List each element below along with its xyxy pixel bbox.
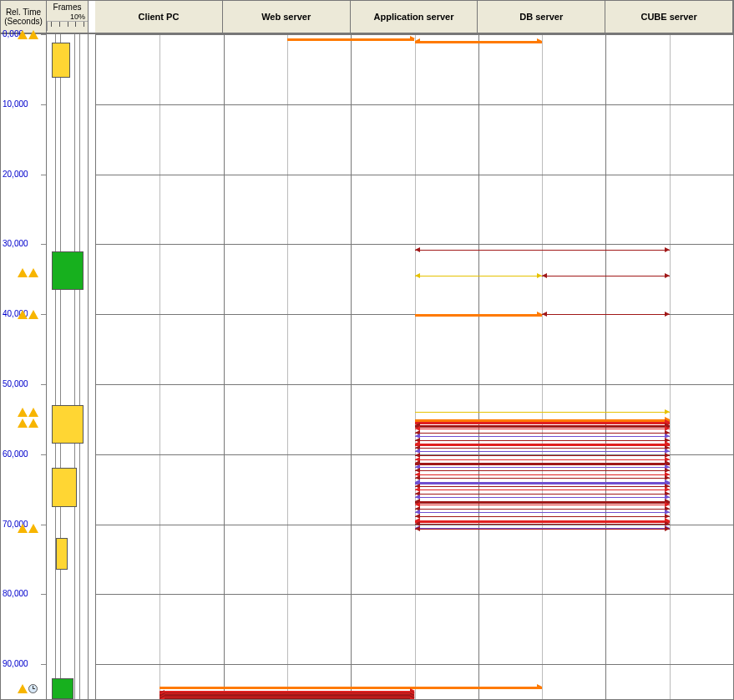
flow-line (415, 512, 670, 513)
flow-line (287, 38, 415, 41)
time-marker (18, 268, 38, 277)
flow-line (415, 474, 670, 475)
frames-block (52, 43, 70, 78)
flow-line (415, 486, 670, 487)
lane-header-4[interactable]: CUBE server (605, 1, 733, 33)
frames-track[interactable] (47, 34, 89, 699)
sequence-chart[interactable] (95, 34, 733, 699)
flow-line (415, 455, 670, 456)
flow-line (415, 494, 670, 495)
time-marker (18, 524, 38, 533)
time-label: 80,000 (3, 589, 28, 598)
time-label: 90,000 (3, 659, 28, 668)
time-label: 10,000 (3, 99, 28, 109)
lane-header-1[interactable]: Web server (223, 1, 351, 33)
flow-line (415, 470, 670, 471)
header-gap (89, 1, 95, 33)
time-marker (18, 408, 38, 417)
time-axis[interactable]: 0,00010,00020,00030,00040,00050,00060,00… (1, 34, 47, 699)
frames-block (52, 678, 73, 699)
header-frames-label: Frames (53, 3, 82, 13)
warning-icon (18, 418, 28, 428)
flow-line (415, 482, 670, 484)
flow-line (415, 433, 670, 434)
flow-line (415, 425, 670, 428)
flow-line (415, 41, 543, 43)
gap-column (89, 34, 95, 699)
lane-header-0[interactable]: Client PC (95, 1, 223, 33)
flow-line (415, 478, 670, 479)
warning-icon (28, 268, 38, 277)
diagram-body[interactable]: 0,00010,00020,00030,00040,00050,00060,00… (1, 34, 733, 699)
flow-line (415, 520, 670, 523)
flow-line (415, 436, 670, 437)
warning-icon (18, 268, 28, 277)
time-label: 20,000 (3, 170, 28, 179)
time-marker (18, 684, 38, 693)
flow-line (415, 497, 670, 498)
lane-header-2[interactable]: Application server (351, 1, 478, 33)
warning-icon (28, 30, 38, 39)
flow-line (415, 448, 670, 449)
flow-line (159, 687, 542, 689)
flow-line (415, 444, 670, 446)
frames-block (52, 468, 77, 506)
flow-line (415, 459, 670, 460)
time-marker (18, 310, 38, 319)
lane-header-3[interactable]: DB server (478, 1, 605, 33)
time-label: 30,000 (3, 239, 28, 248)
warning-icon (18, 684, 28, 693)
header-row: Rel. Time (Seconds) Frames 10% Client PC… (1, 1, 733, 34)
flow-line (415, 314, 543, 317)
frames-block (56, 538, 68, 570)
flow-line (415, 501, 670, 504)
time-label: 60,000 (3, 449, 28, 459)
flow-line (415, 451, 670, 452)
flow-line (415, 524, 670, 525)
flow-line (415, 505, 670, 505)
flow-line (415, 516, 670, 517)
header-frames: Frames 10% (47, 1, 89, 33)
warning-icon (18, 310, 28, 319)
time-label: 50,000 (3, 379, 28, 388)
flow-line (415, 276, 543, 276)
warning-icon (28, 310, 38, 319)
frames-block (52, 251, 84, 290)
header-time-line2: (Seconds) (4, 17, 43, 27)
warning-icon (18, 408, 28, 417)
flow-line (415, 509, 670, 510)
frames-block (52, 405, 84, 444)
flow-line (415, 463, 670, 465)
flow-line (542, 314, 670, 315)
flow-line (542, 276, 670, 276)
header-time-line1: Rel. Time (6, 8, 41, 18)
flow-line (415, 412, 670, 413)
warning-icon (18, 524, 28, 533)
header-time: Rel. Time (Seconds) (1, 1, 47, 33)
header-frames-scale: 10% (70, 13, 88, 21)
warning-icon (18, 30, 28, 39)
frames-scale-ruler (47, 21, 88, 31)
clock-icon (28, 684, 38, 693)
warning-icon (28, 408, 38, 417)
time-marker (18, 418, 38, 428)
warning-icon (28, 524, 38, 533)
time-marker (18, 30, 38, 39)
flow-line (415, 467, 670, 468)
flow-line (415, 489, 670, 490)
warning-icon (28, 418, 38, 428)
flow-line (415, 440, 670, 441)
flow-line (415, 529, 670, 530)
flow-line (415, 429, 670, 429)
flow-line (415, 250, 670, 251)
